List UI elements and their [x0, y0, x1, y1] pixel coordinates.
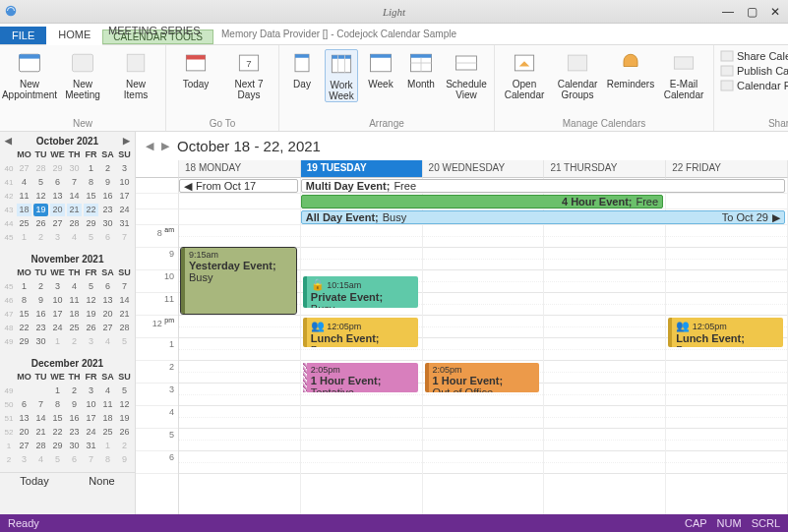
tab-home[interactable]: HOME — [46, 26, 102, 45]
email-calendar-button[interactable]: E-MailCalendar — [660, 49, 707, 100]
mini-day[interactable]: 10 — [117, 176, 132, 189]
mini-day[interactable]: 17 — [50, 308, 65, 321]
mini-day[interactable]: 16 — [67, 412, 82, 425]
mini-day[interactable]: 18 — [17, 204, 31, 216]
maximize-button[interactable]: ▢ — [745, 5, 758, 19]
reminders-button[interactable]: Reminders — [607, 49, 654, 89]
mini-day[interactable]: 18 — [67, 308, 82, 321]
mini-day[interactable]: 21 — [67, 204, 82, 216]
mini-day[interactable]: 5 — [117, 335, 132, 348]
mini-day[interactable]: 29 — [84, 217, 98, 230]
mini-day[interactable]: 3 — [84, 335, 98, 348]
mini-day[interactable]: 28 — [67, 217, 82, 230]
mini-day[interactable]: 3 — [17, 453, 31, 466]
next7days-button[interactable]: 7Next 7Days — [225, 49, 273, 100]
allday-event[interactable]: ◀From Oct 17 — [179, 179, 298, 193]
day-header[interactable]: 18 MONDAY — [179, 160, 301, 178]
mini-day[interactable]: 1 — [17, 231, 31, 244]
mini-day[interactable]: 9 — [33, 294, 48, 307]
mini-day[interactable]: 19 — [84, 308, 98, 321]
mini-day[interactable]: 1 — [50, 384, 65, 397]
mini-day[interactable]: 24 — [50, 322, 65, 334]
mini-day[interactable]: 27 — [17, 162, 31, 175]
mini-day[interactable]: 21 — [33, 426, 48, 439]
mini-day[interactable]: 20 — [100, 308, 115, 321]
mini-day[interactable]: 29 — [17, 335, 31, 348]
mini-day[interactable]: 15 — [84, 190, 98, 203]
day-header[interactable]: 20 WEDNESDAY — [423, 160, 545, 178]
mini-day[interactable]: 13 — [100, 294, 115, 307]
new-items-button[interactable]: NewItems — [112, 49, 159, 100]
mini-day[interactable]: 5 — [50, 453, 65, 466]
mini-day[interactable]: 8 — [84, 176, 98, 189]
day-column[interactable]: 👥 12:05pmLunch Event;Busy — [666, 225, 788, 514]
allday-event[interactable]: All Day Event;BusyTo Oct 29▶ — [301, 210, 785, 224]
mini-day[interactable]: 3 — [50, 280, 65, 293]
calendar-event[interactable]: 2:05pm1 Hour Event;Out of Office — [425, 363, 540, 392]
mini-day[interactable]: 28 — [117, 322, 132, 334]
new-appointment-button[interactable]: NewAppointment — [6, 49, 53, 100]
mini-day[interactable]: 4 — [67, 231, 82, 244]
mini-day[interactable]: 31 — [84, 440, 98, 452]
workweek-view-button[interactable]: WorkWeek — [325, 49, 358, 102]
mini-day[interactable]: 15 — [17, 308, 31, 321]
mini-day[interactable]: 4 — [100, 384, 115, 397]
mini-day[interactable]: 12 — [117, 398, 132, 411]
day-view-button[interactable]: Day — [285, 49, 319, 89]
mini-day[interactable]: 6 — [100, 231, 115, 244]
mini-day[interactable]: 22 — [17, 322, 31, 334]
mini-day[interactable]: 9 — [67, 398, 82, 411]
mini-day[interactable]: 25 — [100, 426, 115, 439]
mini-day[interactable]: 9 — [117, 453, 132, 466]
day-header[interactable]: 21 THURSDAY — [544, 160, 666, 178]
mini-day[interactable]: 1 — [50, 335, 65, 348]
calendar-event[interactable]: 👥 12:05pmLunch Event;Busy — [303, 318, 418, 347]
mini-day[interactable]: 8 — [50, 398, 65, 411]
mini-calendar[interactable]: October 2021◀▶MOTUWETHFRSASU402728293012… — [0, 132, 135, 250]
mini-day[interactable]: 18 — [100, 412, 115, 425]
mini-day[interactable]: 2 — [33, 231, 48, 244]
day-header[interactable]: 22 FRIDAY — [666, 160, 788, 178]
mini-day[interactable]: 6 — [67, 453, 82, 466]
mini-day[interactable]: 3 — [84, 384, 98, 397]
mini-day[interactable]: 23 — [33, 322, 48, 334]
mini-day[interactable]: 1 — [84, 162, 98, 175]
mini-day[interactable]: 10 — [50, 294, 65, 307]
mini-day[interactable]: 7 — [33, 398, 48, 411]
day-column[interactable]: 9:15amYesterday Event;Busy — [179, 225, 301, 514]
mini-day[interactable]: 14 — [33, 412, 48, 425]
mini-day[interactable]: 23 — [100, 204, 115, 216]
month-view-button[interactable]: Month — [403, 49, 439, 89]
mini-day[interactable]: 6 — [50, 176, 65, 189]
mini-day[interactable]: 12 — [33, 190, 48, 203]
mini-day[interactable]: 5 — [84, 231, 98, 244]
mini-day[interactable]: 24 — [117, 204, 132, 216]
mini-day[interactable] — [17, 384, 31, 397]
mini-day[interactable]: 27 — [17, 440, 31, 452]
week-view-button[interactable]: Week — [364, 49, 397, 89]
mini-day[interactable]: 1 — [100, 440, 115, 452]
mini-day[interactable]: 11 — [67, 294, 82, 307]
day-header[interactable]: 19 TUESDAY — [301, 160, 423, 178]
mini-day[interactable]: 5 — [117, 384, 132, 397]
mini-day[interactable]: 13 — [17, 412, 31, 425]
nav-none[interactable]: None — [89, 475, 114, 487]
mini-day[interactable]: 6 — [100, 280, 115, 293]
mini-calendar[interactable]: November 2021MOTUWETHFRSASU4512345674689… — [0, 250, 135, 354]
mini-day[interactable]: 20 — [17, 426, 31, 439]
day-column[interactable]: 🔒 10:15amPrivate Event;Busy👥 12:05pmLunc… — [301, 225, 423, 514]
mini-day[interactable]: 16 — [33, 308, 48, 321]
today-button[interactable]: Today — [172, 49, 219, 89]
open-calendar-button[interactable]: OpenCalendar — [501, 49, 548, 100]
mini-day[interactable]: 23 — [67, 426, 82, 439]
mini-day[interactable]: 7 — [117, 280, 132, 293]
mini-day[interactable]: 5 — [33, 176, 48, 189]
mini-day[interactable]: 3 — [50, 231, 65, 244]
mini-day[interactable]: 30 — [100, 217, 115, 230]
mini-day[interactable]: 29 — [50, 162, 65, 175]
allday-event[interactable]: Multi Day Event;Free — [301, 179, 785, 193]
mini-day[interactable]: 1 — [17, 280, 31, 293]
mini-day[interactable]: 28 — [33, 440, 48, 452]
mini-day[interactable]: 21 — [117, 308, 132, 321]
mini-day[interactable]: 13 — [50, 190, 65, 203]
